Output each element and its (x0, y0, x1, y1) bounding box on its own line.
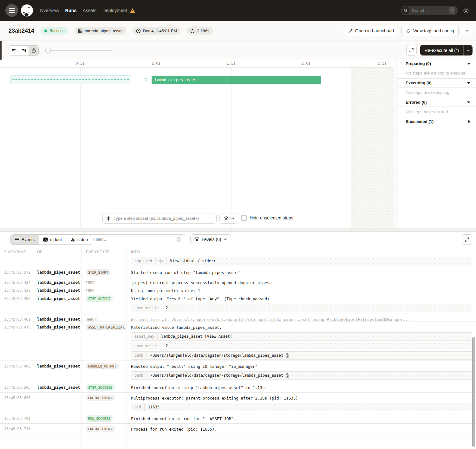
search-input[interactable] (412, 8, 445, 13)
copy-icon[interactable] (285, 373, 289, 378)
nav-links: Overview Runs Assets Deployment (40, 8, 135, 13)
view-stdout-stderr-link[interactable]: View stdout / stderr (170, 259, 216, 264)
step-preparing-span (10, 75, 130, 84)
gantt-view-mode-group (9, 45, 39, 56)
log-row[interactable]: 13:45:03.438 lambda_pipes_asset INFO Usi… (0, 285, 476, 293)
axis-tick: 2.0s (302, 61, 311, 66)
job-pill[interactable]: lambda_pipes_asset (75, 27, 126, 35)
section-executing[interactable]: Executing (0) (398, 79, 476, 88)
clock-icon (136, 29, 141, 33)
axis-tick: 0.5s (76, 61, 85, 66)
timer-view-icon[interactable] (29, 46, 38, 55)
log-row[interactable]: 13:45:03.498 lambda_pipes_asset HANDLED_… (0, 361, 476, 382)
open-launchpad-button[interactable]: Open in Launchpad (344, 26, 398, 36)
log-row[interactable]: 13:45:03.461 lambda_pipes_asset DEBUG Wr… (0, 314, 476, 322)
step-status-sidebar: Preparing (0) No steps are waiting to ex… (398, 59, 476, 228)
log-row[interactable]: 13:45:03.505 lambda_pipes_asset STEP_SUC… (0, 382, 476, 393)
metadata-row: path /Users/alangenfeld/data/dagster/sto… (131, 371, 472, 380)
gantt-expand-icon[interactable] (406, 45, 417, 55)
flat-view-icon[interactable] (9, 46, 19, 55)
log-row[interactable]: 13:45:03.470 lambda_pipes_asset ASSET_MA… (0, 322, 476, 361)
zoom-slider[interactable] (45, 48, 112, 53)
stopwatch-icon (190, 29, 195, 33)
run-id: 23ab2414 (9, 28, 34, 34)
run-header: 23ab2414 Success lambda_pipes_asset Dec … (0, 21, 476, 41)
scrollbar-thumb[interactable] (472, 337, 475, 447)
copy-icon[interactable] (285, 353, 289, 358)
clear-filter-icon[interactable] (177, 237, 182, 242)
nav-link-assets[interactable]: Assets (83, 8, 97, 13)
section-errored-body: No steps have errored (398, 107, 476, 117)
event-type-badge: STEP_OUTPUT (86, 296, 113, 302)
nav-link-deployment[interactable]: Deployment (102, 8, 127, 13)
reexecute-all-button[interactable]: Re-execute all (*) (420, 45, 473, 55)
reexecute-dropdown-icon[interactable] (464, 45, 473, 55)
menu-button[interactable] (5, 4, 18, 17)
header-actions: Open in Launchpad View tags and config (344, 26, 472, 36)
log-row[interactable]: 13:45:03.424 lambda_pipes_asset INFO [pi… (0, 277, 476, 285)
tab-stderr[interactable]: stderr (66, 235, 93, 244)
log-filter-box (90, 234, 185, 244)
horizontal-splitter[interactable] (0, 228, 476, 232)
axis-tick: 1.0s (152, 61, 161, 66)
pencil-icon (348, 29, 353, 33)
slider-track[interactable] (45, 50, 112, 51)
log-row[interactable]: 13:45:03.453 lambda_pipes_asset STEP_OUT… (0, 293, 476, 314)
log-row[interactable]: captured_logs View stdout / stderr (0, 257, 476, 267)
logs-expand-icon[interactable] (462, 234, 472, 245)
grid-icon (78, 29, 82, 33)
nav-link-overview[interactable]: Overview (40, 8, 59, 13)
hide-unselected-label: Hide unselected steps (250, 215, 293, 220)
hide-unselected-row: Hide unselected steps (241, 215, 293, 221)
top-nav: Overview Runs Assets Deployment / (0, 0, 476, 21)
col-timestamp: TIMESTAMP (0, 246, 33, 257)
section-preparing[interactable]: Preparing (0) (398, 59, 476, 68)
gridline (156, 68, 156, 228)
gridline (80, 68, 81, 228)
section-succeeded[interactable]: Succeeded (1) (398, 117, 476, 126)
hide-unselected-checkbox[interactable] (241, 215, 247, 221)
metadata-row: some_metric 2 (131, 304, 472, 312)
step-marker-dot (145, 78, 147, 81)
log-row[interactable]: 13:45:02.372 lambda_pipes_asset STEP_STA… (0, 267, 476, 277)
log-row-empty (0, 434, 476, 449)
nav-link-runs[interactable]: Runs (65, 8, 76, 13)
event-type-text: INFO (86, 287, 95, 293)
metadata-row: pid 11635 (131, 403, 472, 411)
events-list-icon (15, 238, 19, 242)
log-filter-input[interactable] (93, 237, 177, 242)
search-box[interactable]: / (401, 6, 458, 15)
path-link[interactable]: /Users/alangenfeld/data/dagster/storage/… (150, 373, 283, 378)
header-more-button[interactable] (462, 26, 472, 36)
status-badge: Success (41, 27, 68, 35)
waterfall-view-icon[interactable] (19, 46, 29, 55)
log-row[interactable]: 13:45:03.716 - ENGINE_EVENT Process for … (0, 424, 476, 434)
start-time-pill: Dec 4, 1:45:01 PM (133, 27, 181, 35)
slider-handle[interactable] (45, 48, 51, 53)
tag-icon (406, 29, 411, 33)
axis-tick: 1.5s (227, 61, 236, 66)
layers-icon (224, 216, 229, 221)
log-row[interactable]: 13:45:03.696 - ENGINE_EVENT Multiprocess… (0, 393, 476, 413)
gear-icon[interactable] (463, 8, 469, 14)
levels-dropdown-button[interactable]: Levels (6) (190, 234, 231, 244)
graph-query-toggle-button[interactable] (219, 213, 237, 224)
tab-events[interactable]: Events (11, 235, 39, 244)
log-row[interactable]: 13:45:03.701 - RUN_SUCCESS Finished exec… (0, 413, 476, 424)
gantt-toolbar: Hide not started steps Re-execute all (*… (0, 41, 476, 59)
event-type-text: DEBUG (86, 316, 97, 322)
chevron-down-icon (465, 29, 469, 32)
view-tags-config-button[interactable]: View tags and config (401, 26, 459, 36)
error-triangle-icon (70, 238, 75, 242)
event-type-badge: ASSET_MATERIALIZAT… (86, 324, 126, 330)
step-subset-input[interactable] (114, 216, 213, 221)
section-errored[interactable]: Errored (0) (398, 98, 476, 107)
view-asset-link[interactable]: View Asset (207, 334, 230, 339)
section-preparing-body: No steps are waiting to execute (398, 68, 476, 79)
metadata-row: asset_key lambda_pipes_asset [View Asset… (131, 332, 472, 341)
dagster-logo-icon[interactable] (21, 4, 33, 16)
gantt-overrun-region (351, 68, 393, 228)
gantt-step-bar[interactable]: lambda_pipes_asset (152, 76, 321, 84)
tab-stdout[interactable]: stdout (39, 235, 66, 244)
path-link[interactable]: /Users/alangenfeld/data/dagster/storage/… (150, 353, 283, 358)
